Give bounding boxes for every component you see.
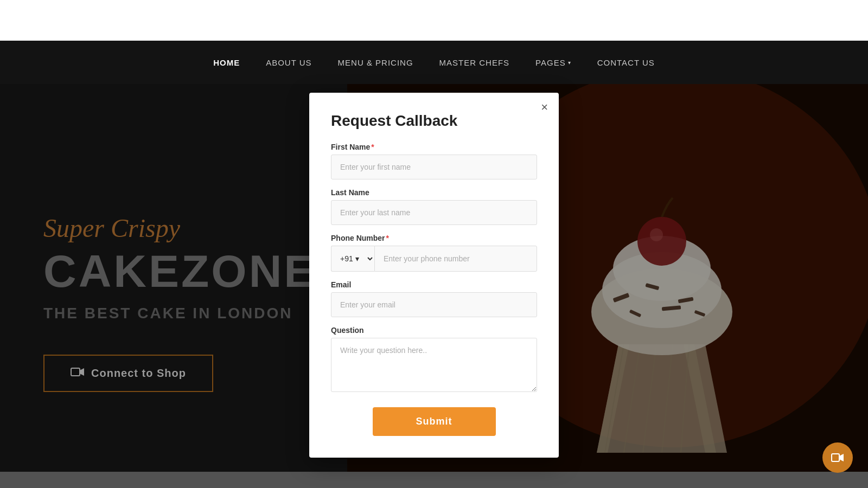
last-name-input[interactable]: [331, 200, 537, 225]
hero-section: Super Crispy CAKEZONE THE BEST CAKE IN L…: [0, 84, 868, 488]
phone-required: *: [386, 234, 389, 242]
last-name-label: Last Name: [331, 188, 537, 197]
first-name-group: First Name*: [331, 143, 537, 179]
email-label: Email: [331, 280, 537, 289]
nav-pages[interactable]: PAGES ▾: [535, 58, 571, 67]
first-name-label: First Name*: [331, 143, 537, 151]
question-group: Question: [331, 326, 537, 394]
phone-number-input[interactable]: [374, 246, 537, 272]
nav-contact[interactable]: CONTACT US: [597, 58, 655, 67]
svg-marker-24: [839, 454, 844, 461]
nav-master-chefs[interactable]: MASTER CHEFS: [439, 58, 510, 67]
submit-button[interactable]: Submit: [373, 407, 496, 436]
country-code-select[interactable]: +91 ▾ +1 +44 +61: [331, 246, 374, 272]
email-group: Email: [331, 280, 537, 317]
question-textarea[interactable]: [331, 338, 537, 392]
floating-video-icon: [831, 451, 844, 464]
pages-chevron-icon: ▾: [568, 60, 571, 66]
request-callback-modal: × Request Callback First Name* Last Name: [309, 93, 559, 458]
phone-number-label: Phone Number*: [331, 234, 537, 242]
navbar: HOME ABOUT US MENU & PRICING MASTER CHEF…: [0, 41, 868, 84]
phone-number-group: Phone Number* +91 ▾ +1 +44 +61: [331, 234, 537, 272]
floating-video-button[interactable]: [822, 442, 853, 473]
last-name-group: Last Name: [331, 188, 537, 225]
first-name-input[interactable]: [331, 155, 537, 179]
modal-close-button[interactable]: ×: [541, 101, 548, 113]
email-input[interactable]: [331, 292, 537, 317]
phone-input-group: +91 ▾ +1 +44 +61: [331, 246, 537, 272]
nav-menu-pricing[interactable]: MENU & PRICING: [338, 58, 413, 67]
main-wrapper: HOME ABOUT US MENU & PRICING MASTER CHEF…: [0, 41, 868, 488]
svg-rect-23: [832, 454, 839, 461]
nav-home[interactable]: HOME: [213, 58, 240, 67]
modal-title: Request Callback: [331, 112, 537, 130]
top-bar: [0, 0, 868, 41]
modal-overlay: × Request Callback First Name* Last Name: [0, 84, 868, 488]
question-label: Question: [331, 326, 537, 335]
first-name-required: *: [371, 143, 374, 151]
nav-about[interactable]: ABOUT US: [266, 58, 311, 67]
